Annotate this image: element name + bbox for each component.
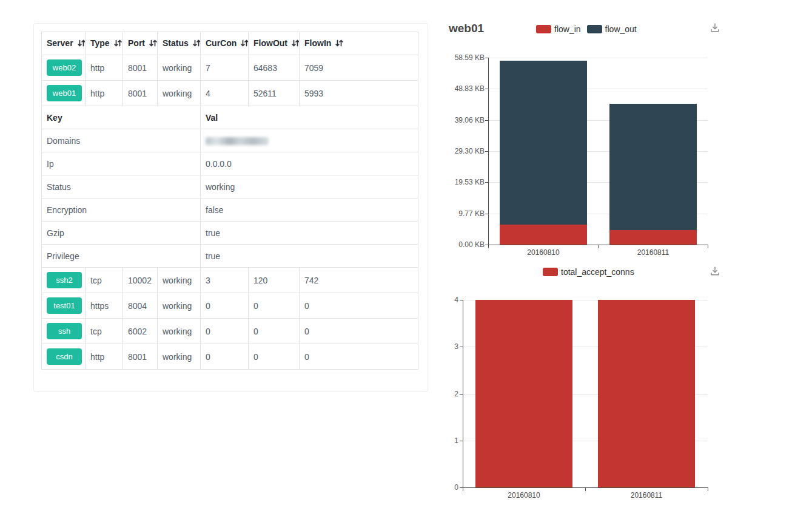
gridline — [488, 58, 708, 58]
x-axis-label: 20160810 — [488, 491, 560, 500]
server-button[interactable]: ssh — [47, 323, 82, 339]
x-axis-label: 20160810 — [507, 248, 580, 257]
x-axis-label: 20160811 — [617, 248, 690, 257]
port-cell: 6002 — [123, 319, 158, 344]
sort-icon — [192, 39, 201, 49]
status-cell: working — [158, 81, 201, 106]
column-header-port[interactable]: Port — [123, 32, 158, 55]
y-axis-label: 48.83 KB — [430, 84, 485, 93]
y-axis-line — [488, 58, 489, 245]
curcon-cell: 4 — [201, 81, 249, 106]
server-table-card: ServerTypePortStatusCurConFlowOutFlowIn … — [33, 23, 428, 392]
server-button[interactable]: ssh2 — [47, 272, 82, 288]
server-button[interactable]: web01 — [47, 85, 82, 101]
y-axis-label: 0 — [404, 483, 458, 492]
column-label: Server — [47, 38, 73, 48]
chart-legend: flow_inflow_out — [536, 24, 643, 34]
x-axis-tick — [598, 245, 599, 248]
status-cell: working — [158, 268, 201, 293]
detail-row: Ip0.0.0.0 — [42, 152, 418, 175]
flowin-cell: 742 — [300, 268, 418, 293]
sort-icon — [335, 39, 344, 49]
detail-key-header: Key — [42, 106, 201, 129]
sort-icon — [291, 39, 300, 49]
flowout-cell: 64683 — [249, 55, 300, 81]
port-cell: 8004 — [123, 293, 158, 319]
x-axis-tick — [585, 487, 586, 491]
save-as-image-button[interactable] — [710, 266, 720, 277]
server-row[interactable]: test01https8004working000 — [42, 293, 418, 319]
server-row[interactable]: ssh2tcp10002working3120742 — [42, 268, 418, 293]
server-name-cell: web01 — [42, 81, 86, 106]
server-table-header: ServerTypePortStatusCurConFlowOutFlowIn — [42, 32, 418, 55]
server-table-body: web02http8001working7646837059web01http8… — [42, 55, 418, 370]
detail-val-cell: 0.0.0.0 — [201, 152, 418, 175]
download-icon — [710, 268, 720, 279]
legend-item-flow_in[interactable]: flow_in — [536, 24, 581, 34]
server-row[interactable]: web02http8001working7646837059 — [42, 55, 418, 81]
x-axis-tick — [708, 245, 708, 248]
column-header-flowin[interactable]: FlowIn — [300, 32, 418, 55]
server-button[interactable]: csdn — [47, 348, 82, 365]
detail-key-cell: Gzip — [42, 222, 201, 245]
flowin-cell: 7059 — [300, 55, 418, 81]
detail-header-row: KeyVal — [42, 106, 418, 129]
port-cell: 10002 — [123, 268, 158, 293]
flowin-cell: 0 — [300, 293, 418, 319]
curcon-cell: 7 — [201, 55, 249, 81]
column-header-status[interactable]: Status — [158, 32, 201, 55]
legend-swatch — [536, 25, 551, 33]
server-row[interactable]: csdnhttp8001working000 — [42, 344, 418, 370]
bar-flow_out-20160810 — [500, 61, 587, 225]
y-axis-label: 4 — [404, 296, 458, 304]
column-header-type[interactable]: Type — [86, 32, 123, 55]
curcon-cell: 0 — [201, 293, 249, 319]
redacted-domains-value — [206, 137, 269, 145]
type-cell: http — [86, 81, 123, 106]
y-axis-label: 3 — [404, 342, 458, 351]
detail-val-cell — [201, 129, 418, 152]
column-label: CurCon — [206, 38, 237, 48]
type-cell: tcp — [86, 268, 123, 293]
detail-val-header: Val — [201, 106, 418, 129]
server-button[interactable]: web02 — [47, 59, 82, 76]
legend-label: flow_out — [605, 24, 637, 34]
column-header-flowout[interactable]: FlowOut — [249, 32, 300, 55]
detail-key-cell: Encryption — [42, 198, 201, 222]
y-axis-label: 39.06 KB — [430, 116, 485, 124]
legend-label: flow_in — [554, 24, 581, 34]
bar-flow_in-20160810 — [500, 225, 587, 245]
server-button[interactable]: test01 — [47, 297, 82, 314]
column-label: FlowIn — [304, 38, 331, 48]
detail-val-cell: false — [201, 198, 418, 222]
column-label: Type — [90, 38, 110, 48]
y-axis-line — [463, 300, 463, 487]
legend-swatch — [587, 25, 602, 33]
download-icon — [710, 25, 720, 35]
server-row[interactable]: web01http8001working4526115993 — [42, 81, 418, 106]
detail-key-cell: Ip — [42, 152, 201, 175]
server-name-cell: ssh — [42, 319, 86, 344]
type-cell: https — [86, 293, 123, 319]
column-header-server[interactable]: Server — [42, 32, 86, 55]
flowout-cell: 0 — [249, 293, 300, 319]
dashboard-page: ServerTypePortStatusCurConFlowOutFlowIn … — [0, 0, 812, 522]
status-cell: working — [158, 344, 201, 370]
detail-row: Gziptrue — [42, 222, 418, 245]
detail-key-cell: Status — [42, 175, 201, 198]
chart-title: web01 — [449, 22, 484, 35]
detail-key-cell: Privilege — [42, 245, 201, 268]
server-row[interactable]: sshtcp6002working000 — [42, 319, 418, 344]
detail-row: Statusworking — [42, 175, 418, 198]
save-as-image-button[interactable] — [710, 22, 720, 33]
legend-item-flow_out[interactable]: flow_out — [587, 24, 637, 34]
detail-val-cell: true — [201, 222, 418, 245]
x-axis-tick — [708, 487, 708, 491]
legend-item-total_accept_conns[interactable]: total_accept_conns — [543, 267, 634, 277]
status-cell: working — [158, 319, 201, 344]
column-header-curcon[interactable]: CurCon — [201, 32, 249, 55]
server-name-cell: test01 — [42, 293, 86, 319]
detail-val-cell: working — [201, 175, 418, 198]
sort-icon — [240, 39, 248, 49]
bar-flow_out-20160811 — [609, 104, 697, 230]
